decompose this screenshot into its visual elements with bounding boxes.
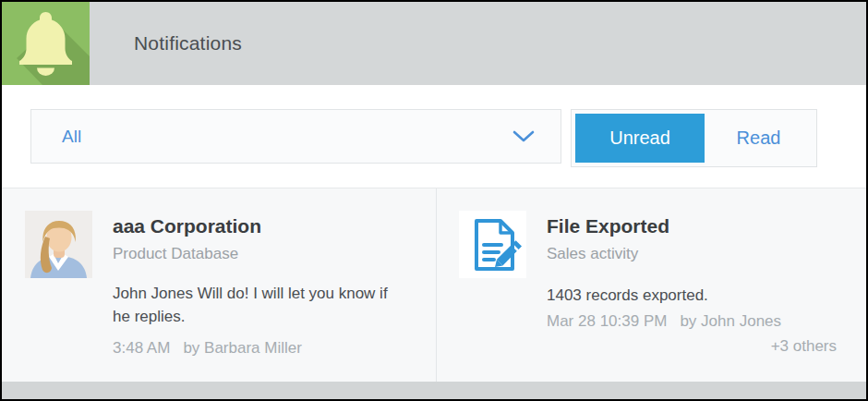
notification-meta: 3:48 AMby Barbara Miller: [113, 339, 302, 358]
bell-icon: [2, 2, 90, 85]
chevron-down-icon: [512, 130, 535, 143]
more-recipients-label: +3 others: [771, 337, 837, 356]
notification-message: John Jones Will do! I will let you know …: [113, 282, 406, 328]
notification-subtitle: Sales activity: [547, 245, 638, 263]
notification-type-dropdown[interactable]: All: [30, 109, 561, 164]
notification-author: by John Jones: [680, 312, 781, 330]
notifications-app-tile: [2, 2, 90, 85]
read-tab[interactable]: Read: [705, 114, 813, 163]
avatar: [25, 211, 92, 278]
read-state-toggle: Unread Read: [571, 109, 817, 167]
notification-meta: Mar 28 10:39 PMby John Jones: [547, 312, 781, 331]
unread-tab[interactable]: Unread: [575, 114, 705, 163]
page-title: Notifications: [134, 32, 242, 55]
card-divider: [436, 188, 437, 382]
notification-list: aaa Corporation Product Database John Jo…: [2, 188, 866, 382]
bottom-bar: [2, 382, 866, 399]
header: Notifications: [90, 2, 866, 85]
notification-author: by Barbara Miller: [183, 339, 302, 357]
notification-subtitle: Product Database: [113, 245, 238, 263]
notification-message: 1403 records exported.: [547, 284, 708, 307]
document-edit-icon: [459, 211, 526, 278]
dropdown-selected-value: All: [62, 127, 512, 147]
notification-title: aaa Corporation: [113, 215, 261, 237]
notification-title: File Exported: [547, 215, 669, 237]
notification-time: Mar 28 10:39 PM: [547, 312, 667, 330]
notification-time: 3:48 AM: [113, 339, 170, 357]
notifications-panel: Notifications All Unread Read: [0, 0, 868, 401]
